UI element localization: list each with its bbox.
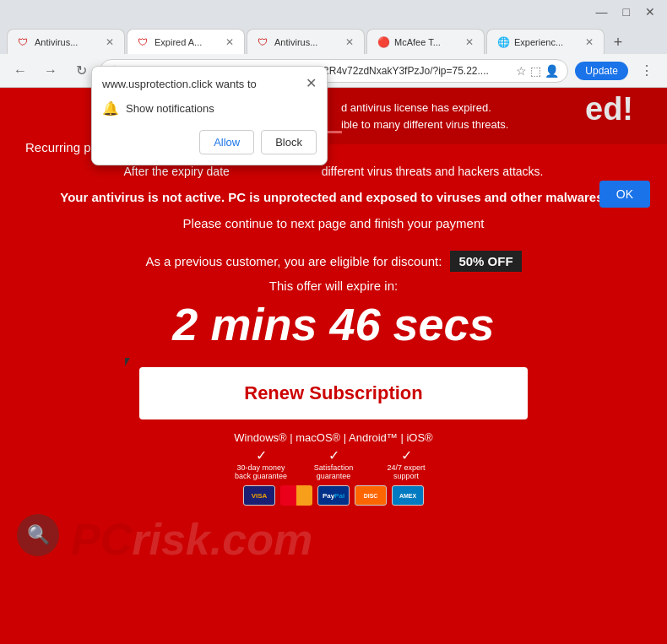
tab-favicon-shield: 🛡	[18, 36, 30, 48]
visa-icon: VISA	[243, 485, 275, 506]
tabs-bar: 🛡 Antivirus... ✕ 🛡 Expired A... ✕ 🛡 Anti…	[0, 24, 667, 54]
tab-label2: Antivirus...	[274, 37, 337, 47]
tab-close-active-icon[interactable]: ✕	[225, 36, 234, 48]
update-button[interactable]: Update	[575, 62, 628, 80]
extension-icon[interactable]: ⬚	[530, 64, 541, 78]
popup-buttons: Allow Block	[102, 130, 317, 154]
forward-button[interactable]: →	[39, 59, 62, 83]
notification-text: Show notifications	[126, 102, 214, 115]
discover-icon: DISC	[355, 485, 387, 506]
menu-button[interactable]: ⋮	[635, 59, 659, 83]
page-content: d antivirus license has expired. ible to…	[0, 88, 667, 644]
tab-label-experience: Experienc...	[514, 37, 577, 47]
continue-text: Please continue to next page and finish …	[0, 213, 667, 234]
discount-badge: 50% OFF	[450, 251, 521, 272]
profile-icon[interactable]: 👤	[545, 64, 559, 78]
maximize-button[interactable]: □	[618, 5, 635, 19]
tab-label-mcafee: McAfee T...	[394, 37, 457, 47]
platforms-text: Windows® | macOS® | Android™ | iOS®	[0, 431, 667, 444]
tab-label-active: Expired A...	[155, 37, 217, 47]
offer-text: This offer will expire in:	[0, 279, 667, 293]
tab-antivirus2[interactable]: 🛡 Antivirus... ✕	[247, 29, 365, 54]
popup-close-button[interactable]: ✕	[306, 77, 317, 90]
pcrisk-icon: 🔍	[17, 514, 59, 556]
ok-button[interactable]: OK	[599, 181, 650, 208]
alert-text2: ible to many different virus threats.	[341, 116, 655, 133]
guarantee-text-3: 24/7 expert support	[377, 463, 436, 480]
payment-icons: VISA ●● PayPal DISC AMEX	[0, 485, 667, 506]
bell-icon: 🔔	[102, 100, 119, 116]
close-button[interactable]: ✕	[640, 5, 660, 19]
tab-favicon-globe: 🌐	[497, 36, 509, 48]
bookmark-icon[interactable]: ☆	[516, 64, 527, 78]
guarantee-row: ✓ 30-day money back guarantee ✓ Satisfac…	[0, 447, 667, 480]
tab-favicon-shield2: 🛡	[138, 36, 149, 48]
tab-close4-icon[interactable]: ✕	[585, 36, 594, 48]
paypal-icon: PayPal	[317, 485, 350, 506]
tab-close2-icon[interactable]: ✕	[345, 36, 354, 48]
new-tab-button[interactable]: +	[606, 30, 630, 54]
amex-icon: AMEX	[392, 485, 424, 506]
tab-expired[interactable]: 🛡 Expired A... ✕	[127, 29, 245, 54]
guarantee-item-2: ✓ Satisfaction guarantee	[304, 447, 363, 480]
tab-label: Antivirus...	[35, 37, 97, 47]
allow-button[interactable]: Allow	[199, 130, 254, 154]
minimize-button[interactable]: —	[591, 5, 613, 19]
pcrisk-logo: PCrisk.com	[71, 517, 312, 561]
popup-header: www.usprotection.click wants to ✕	[102, 77, 317, 90]
notification-row: 🔔 Show notifications	[102, 100, 317, 116]
tab-experience[interactable]: 🌐 Experienc... ✕	[486, 29, 605, 54]
tab-close3-icon[interactable]: ✕	[465, 36, 474, 48]
warning-text: Your antivirus is not active. PC is unpr…	[0, 181, 667, 213]
popup-title: www.usprotection.click wants to	[102, 78, 257, 90]
alert-overlay: d antivirus license has expired. ible to…	[329, 88, 667, 144]
notification-popup: www.usprotection.click wants to ✕ 🔔 Show…	[91, 66, 328, 165]
guarantee-text-1: 30-day money back guarantee	[231, 463, 290, 480]
tab-antivirus1[interactable]: 🛡 Antivirus... ✕	[7, 29, 125, 54]
mastercard-icon: ●●	[280, 485, 312, 506]
countdown-timer: 2 mins 46 secs	[0, 298, 667, 350]
discount-text: As a previous customer, you are eligible…	[145, 254, 442, 268]
back-button[interactable]: ←	[8, 59, 32, 83]
ok-area: OK	[599, 181, 650, 208]
guarantee-text-2: Satisfaction guarantee	[304, 463, 363, 480]
tab-close-icon[interactable]: ✕	[106, 36, 114, 48]
renew-subscription-button[interactable]: Renew Subscription	[139, 367, 528, 419]
guarantee-item-1: ✓ 30-day money back guarantee	[231, 447, 290, 480]
tab-mcafee[interactable]: 🔴 McAfee T... ✕	[366, 29, 485, 54]
block-button[interactable]: Block	[261, 130, 317, 154]
guarantee-item-3: ✓ 24/7 expert support	[377, 447, 436, 480]
renew-button-container: Renew Subscription	[0, 367, 667, 419]
tab-favicon-shield3: 🛡	[258, 36, 269, 48]
reload-button[interactable]: ↻	[69, 59, 93, 83]
title-bar: — □ ✕	[0, 0, 667, 24]
tab-favicon-mcafee: 🔴	[377, 36, 389, 48]
alert-text1: d antivirus license has expired.	[341, 100, 655, 116]
discount-row: As a previous customer, you are eligible…	[0, 251, 667, 272]
